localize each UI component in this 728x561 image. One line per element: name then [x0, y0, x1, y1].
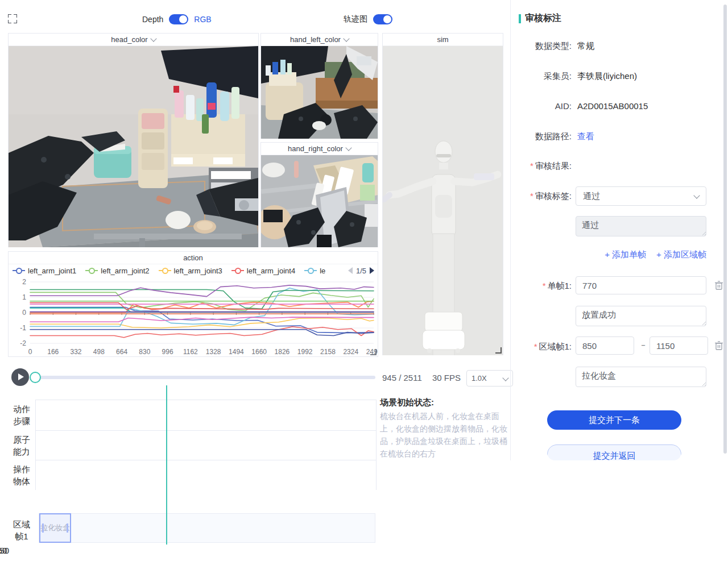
chevron-down-icon: [150, 35, 156, 41]
scene-initial-state-text: 梳妆台在机器人前，化妆盒在桌面上，化妆盒的侧边摆放着物品，化妆品，护肤品盒垃圾在…: [380, 410, 510, 460]
data-type-value: 常规: [577, 41, 594, 52]
region-frame-note[interactable]: 拉化妆盒: [576, 367, 706, 387]
svg-text:1660: 1660: [251, 348, 267, 356]
sim-panel-title: sim: [437, 35, 448, 44]
depth-label: Depth: [142, 15, 163, 24]
head-camera-image: [9, 46, 258, 247]
single-frame-note[interactable]: 放置成功: [576, 306, 706, 326]
collector-value: 李轶晨(liyichen): [577, 71, 637, 82]
trajectory-toggle[interactable]: [373, 14, 392, 24]
review-tag-value: 通过: [583, 191, 600, 202]
region-frame-track[interactable]: 拉化妆盒: [39, 513, 375, 543]
row-label-region-frame: 区域帧1: [11, 518, 32, 542]
add-region-frame-link[interactable]: + 添加区域帧: [656, 250, 706, 260]
data-path-row: 数据路径: 查看: [514, 131, 718, 142]
head-camera-panel: head_color: [8, 33, 259, 247]
hand-right-camera-panel: hand_right_color: [260, 142, 378, 247]
legend-marker-icon: [13, 270, 25, 271]
playback-slider[interactable]: [35, 376, 375, 379]
svg-text:-1: -1: [20, 324, 26, 332]
current-frame-indicator[interactable]: [166, 385, 167, 545]
depth-rgb-toggle[interactable]: [169, 14, 188, 24]
action-chart: 210-1-2016633249866483099611621328149416…: [9, 277, 378, 356]
add-frame-links: + 添加单帧 + 添加区域帧: [576, 250, 706, 260]
hand-right-camera-title: hand_right_color: [288, 144, 343, 153]
legend-item-left_arm_joint1[interactable]: left_arm_joint1: [13, 267, 76, 275]
fps-label: 30 FPS: [432, 373, 461, 383]
review-tag-label: *审核标签:: [514, 191, 572, 202]
play-button[interactable]: [11, 368, 29, 386]
chevron-down-icon: [693, 192, 700, 198]
atomic-ability-row: [35, 430, 377, 460]
svg-text:332: 332: [71, 348, 82, 356]
legend-marker-icon: [231, 270, 244, 271]
legend-marker-icon: [304, 270, 317, 271]
svg-text:498: 498: [93, 348, 105, 356]
single-frame-input[interactable]: [576, 276, 706, 294]
row-label-atomic-ability: 原子能力: [11, 434, 32, 458]
svg-text:166: 166: [47, 348, 59, 356]
chevron-down-icon: [343, 35, 349, 41]
legend-item-left_arm_joint2[interactable]: left_arm_joint2: [85, 267, 149, 275]
sim-panel-title-row: sim: [383, 34, 503, 46]
legend-marker-icon: [159, 270, 171, 271]
collector-label: 采集员:: [514, 71, 572, 82]
hand-left-camera-panel: hand_left_color: [260, 33, 378, 139]
chevron-down-icon: [502, 375, 508, 381]
row-label-objects: 操作物体: [11, 463, 32, 487]
hand-left-camera-selector[interactable]: hand_left_color: [261, 34, 378, 46]
svg-text:996: 996: [162, 348, 173, 356]
trajectory-label: 轨迹图: [344, 14, 367, 24]
scrollbar[interactable]: [723, 5, 727, 454]
legend-label: le: [320, 267, 325, 275]
svg-text:664: 664: [116, 348, 127, 356]
legend-item-left_arm_joint3[interactable]: left_arm_joint3: [159, 267, 222, 275]
region-frame-block[interactable]: 拉化妆盒: [39, 513, 71, 543]
review-result-label: *审核结果:: [514, 161, 572, 172]
region-frame-label: *区域帧1:: [514, 342, 572, 352]
sim-panel: sim: [382, 33, 503, 355]
speed-value: 1.0X: [471, 374, 487, 383]
hand-right-camera-image: [261, 155, 378, 247]
add-single-frame-link[interactable]: + 添加单帧: [605, 250, 646, 260]
resize-handle-icon[interactable]: [495, 347, 502, 354]
svg-text:1: 1: [22, 293, 26, 301]
svg-text:0: 0: [28, 348, 32, 356]
data-path-label: 数据路径:: [514, 131, 572, 142]
trash-icon[interactable]: [714, 280, 723, 290]
region-start-input[interactable]: [576, 336, 634, 355]
submit-next-button[interactable]: 提交并下一条: [547, 410, 681, 430]
chart-legend: left_arm_joint1left_arm_joint2left_arm_j…: [13, 264, 374, 277]
submit-back-button[interactable]: 提交并返回: [547, 444, 681, 467]
data-path-view-link[interactable]: 查看: [577, 131, 594, 142]
slider-handle[interactable]: [30, 372, 41, 383]
head-camera-title: head_color: [111, 35, 147, 44]
region-right-handle[interactable]: [67, 523, 68, 533]
trash-icon[interactable]: [714, 340, 723, 351]
region-left-handle[interactable]: [42, 523, 44, 533]
legend-label: left_arm_joint1: [28, 267, 76, 275]
svg-text:1162: 1162: [183, 348, 198, 356]
review-tag-select[interactable]: 通过: [576, 186, 706, 206]
rgb-label: RGB: [194, 15, 211, 24]
review-tag-note[interactable]: 通过: [576, 216, 706, 236]
review-panel-title: 审核标注: [519, 13, 561, 24]
head-camera-selector[interactable]: head_color: [9, 34, 258, 46]
region-end-input[interactable]: [650, 336, 708, 355]
svg-text:2158: 2158: [320, 348, 336, 356]
legend-prev-page-icon[interactable]: [348, 267, 353, 274]
fullscreen-icon[interactable]: [8, 14, 17, 23]
legend-label: left_arm_joint3: [174, 267, 222, 275]
collector-row: 采集员: 李轶晨(liyichen): [514, 71, 718, 82]
required-asterisk: *: [534, 342, 537, 351]
objects-row: [35, 460, 377, 490]
svg-text:2490: 2490: [366, 348, 378, 356]
legend-item-le[interactable]: le: [304, 267, 325, 275]
svg-text:830: 830: [139, 348, 150, 356]
speed-select[interactable]: 1.0X: [466, 370, 513, 387]
legend-item-left_arm_joint4[interactable]: left_arm_joint4: [231, 267, 295, 275]
hand-right-camera-selector[interactable]: hand_right_color: [261, 143, 378, 155]
aid-label: AID:: [514, 101, 572, 111]
svg-text:1494: 1494: [229, 348, 244, 356]
legend-next-page-icon[interactable]: [370, 267, 374, 274]
